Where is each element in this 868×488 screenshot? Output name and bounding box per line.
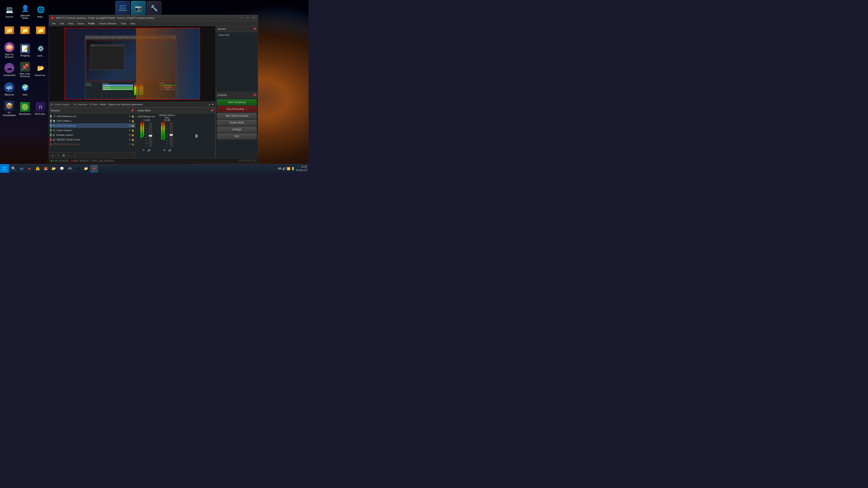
source-item-c920-mic[interactable]: 🎤 C920 Webcam mic 👁 🔒 — [50, 114, 135, 119]
canvas-content: OBS 27.2.4 (64-bit, windows) - Profile: … — [65, 28, 199, 99]
obs-menu-tools[interactable]: Tools — [119, 22, 128, 25]
taskbar-firefox[interactable]: 🦊 — [42, 165, 50, 172]
lock-icon-sb-mic[interactable]: 🔒 — [131, 143, 134, 146]
scene-item-01[interactable]: Scene #01 — [217, 33, 257, 37]
obs-menu-scene-collection[interactable]: Scene Collection — [97, 22, 119, 25]
lock-icon-webcam[interactable]: 🔒 — [131, 124, 134, 127]
misc-desktop-icon[interactable]: 🔧 — [147, 1, 161, 15]
audio-pin-button[interactable]: 📌 — [211, 109, 214, 112]
taskbar-skype[interactable]: 💬 — [58, 165, 66, 172]
taskbar-clock[interactable]: 15:08 29-Nov-23 — [296, 165, 307, 172]
start-streaming-button[interactable]: Start Streaming — [217, 99, 257, 105]
taskbar-321player[interactable]: ▶ — [26, 165, 33, 172]
desktop-icon-network[interactable]: 🌐 Netw... — [33, 2, 48, 21]
eye-icon-sb-hear[interactable]: 👁 — [129, 138, 131, 141]
lock-icon-c875[interactable]: 🔒 — [131, 120, 134, 123]
sources-up-button[interactable]: ↑ — [67, 153, 71, 158]
misc-icon: 🔧 — [151, 5, 158, 12]
start-virtual-camera-button[interactable]: Start Virtual Camera — [217, 113, 257, 119]
sources-down-button[interactable]: ↓ — [72, 153, 77, 158]
desktop-icon-folder2[interactable]: 📁 — [18, 21, 33, 40]
scenes-pin-button[interactable]: 📌 — [253, 28, 256, 31]
rec-dot — [71, 160, 73, 162]
desktop-icon-weblinks[interactable]: 📌 Web Links Shortcuts — [18, 60, 33, 79]
stop-recording-button[interactable]: Stop Recording ⏸ — [217, 106, 257, 112]
desktop-icon-bluestacks[interactable]: 🟢 BlueStacks — [18, 99, 33, 118]
eye-icon-c920-mic[interactable]: 👁 — [129, 115, 131, 118]
eye-icon-webcam[interactable]: 👁 — [129, 124, 131, 127]
this-pc-label: Scenes — [5, 15, 13, 18]
source-item-c920-webcam[interactable]: 📷 C920 HD Webcam 👁 🔒 — [50, 123, 135, 128]
tray-network-icon[interactable]: 📶 — [287, 167, 290, 170]
lock-icon-desktop[interactable]: 🔒 — [131, 134, 134, 136]
filters-button[interactable]: ⚗ Filters — [89, 103, 98, 106]
obs-menu-profile[interactable]: Profile — [86, 22, 97, 25]
taskbar-search[interactable]: 🔍 — [10, 165, 18, 172]
taskbar-qb[interactable]: qb — [18, 165, 25, 172]
audio-settings-ch1[interactable]: ⚙ — [141, 148, 146, 152]
soundblaster-desktop-icon[interactable]: SoundBlasterCOMMAND — [115, 1, 130, 15]
tray-volume-icon[interactable]: 🔊 — [282, 167, 286, 170]
lock-icon-c920-mic[interactable]: 🔒 — [131, 115, 134, 118]
audio-settings-ch2[interactable]: ⚙ — [162, 148, 166, 152]
obs-minimize-button[interactable]: ─ — [239, 16, 244, 20]
source-item-sb1500-mic[interactable]: 🎤 SB1500 Mic In | Line In 👁 🔒 — [50, 142, 135, 147]
source-item-sb1500-hear[interactable]: 🔊 SB1500 | What U hear 👁 🔒 — [50, 137, 135, 142]
lock-icon-game[interactable]: 🔒 — [131, 129, 134, 132]
sources-pin-button[interactable]: 📌 — [131, 109, 134, 112]
desktop-icon-tor[interactable]: 🧅 Start Tor Browser — [2, 41, 17, 60]
desktop-icon-blogging[interactable]: 📝 Blogging — [18, 41, 33, 60]
audio-mute-ch1[interactable]: 🔊 — [147, 148, 151, 152]
settings-button[interactable]: Settings — [217, 126, 257, 132]
desktop-icon-virtualbox[interactable]: 📦 PC Virtualisation — [2, 99, 17, 118]
taskbar-obs[interactable]: ⏺ — [90, 165, 98, 172]
eye-icon-desktop[interactable]: 👁 — [129, 134, 131, 136]
sources-settings-button[interactable]: ⚙ — [61, 153, 66, 158]
audio-fader-ch2[interactable] — [169, 122, 173, 147]
desktop-icon-savedwe[interactable]: 📂 Saved we... — [33, 60, 48, 79]
desktop-icon-web[interactable]: 🌍 Web — [18, 79, 33, 99]
audio-mute-ch2[interactable]: 🔊 — [167, 148, 172, 152]
stop-recording-label: Stop Recording — [226, 107, 244, 110]
desktop-icon-win9[interactable]: ⚙️ win9... — [33, 41, 48, 60]
obs-menu-docks[interactable]: Docks — [75, 22, 86, 25]
source-toolbar-game-capture[interactable]: Game Capture — [55, 103, 70, 106]
source-item-c875-hdmi[interactable]: 📡 C875 HDMI in 👁 🔒 — [50, 119, 135, 123]
desktop-icon-this-pc[interactable]: 💻 Scenes — [2, 2, 17, 21]
exit-button[interactable]: Exit — [217, 133, 257, 139]
desktop-icon-nox[interactable]: n NOX And... — [33, 99, 48, 118]
controls-pin-button[interactable]: 📌 — [253, 94, 256, 97]
desktop-icon-folder1[interactable]: 📁 — [2, 21, 17, 40]
camera-desktop-icon[interactable]: 📷 — [131, 1, 146, 15]
desktop-icon-qb[interactable]: qb Bittorrent — [2, 79, 17, 99]
obs-maximize-button[interactable]: □ — [245, 16, 250, 20]
sources-remove-button[interactable]: − — [56, 153, 60, 158]
obs-menu-edit[interactable]: Edit — [58, 22, 66, 25]
obs-menu-file[interactable]: File — [50, 22, 58, 25]
obs-close-button[interactable]: ✕ — [251, 16, 256, 20]
desktop-icon-folder3[interactable]: 📁 — [33, 21, 48, 40]
audio-fader-ch1[interactable] — [149, 122, 152, 147]
taskbar-files2[interactable]: 📁 — [82, 165, 90, 172]
sources-add-button[interactable]: + — [50, 153, 55, 158]
source-item-game-capture[interactable]: 🎮 Game Capture 👁 🔒 — [50, 128, 135, 133]
taskbar-telegram[interactable]: ✈ — [74, 165, 82, 172]
lock-icon-sb-hear[interactable]: 🔒 — [131, 138, 134, 141]
taskbar-files[interactable]: 📂 — [50, 165, 58, 172]
eye-icon-game[interactable]: 👁 — [129, 129, 131, 132]
source-item-desktop-capture[interactable]: 🖥 Desktop capture 👁 🔒 — [50, 133, 135, 137]
source-controls-c875: 👁 🔒 — [129, 120, 134, 123]
eye-icon-sb-mic[interactable]: 👁 — [129, 143, 131, 146]
properties-button[interactable]: ⚙ Properties — [74, 103, 87, 106]
taskbar-discord[interactable]: 🎮 — [66, 165, 74, 172]
eye-icon-c875[interactable]: 👁 — [129, 120, 131, 123]
taskbar-start-button[interactable] — [0, 164, 9, 173]
studio-mode-button[interactable]: Studio Mode — [217, 120, 257, 126]
obs-menu-help[interactable]: Help — [128, 22, 137, 25]
arrow-up-icon[interactable]: ▲ — [208, 103, 211, 106]
arrow-down-icon[interactable]: ▼ — [212, 103, 214, 106]
desktop-icon-yandex[interactable]: ☁ YandexDisk — [2, 60, 17, 79]
desktop-icon-user[interactable]: 👤 Дмитрий бабак — [18, 2, 33, 21]
taskbar-vlc[interactable]: 🦺 — [34, 165, 41, 172]
obs-menu-view[interactable]: View — [66, 22, 75, 25]
